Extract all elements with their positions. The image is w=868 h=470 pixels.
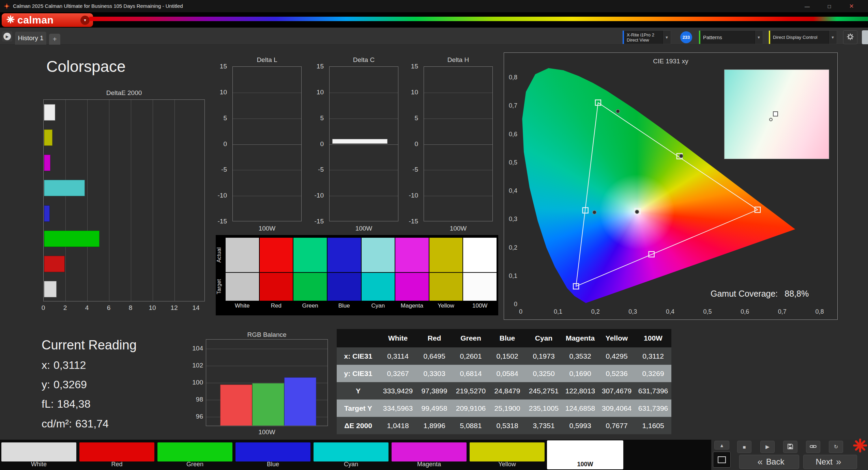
table-header-corner xyxy=(337,329,380,347)
pattern-button-100w[interactable]: 100W xyxy=(547,440,623,469)
play-button[interactable]: ▶ xyxy=(760,441,775,453)
patterns-dropdown-arrow-icon[interactable]: ▾ xyxy=(755,31,763,44)
table-cell: 25,1900 xyxy=(489,400,526,417)
minimize-button[interactable]: — xyxy=(796,0,818,12)
target-swatch xyxy=(226,273,259,301)
delta-chart-title: Delta H xyxy=(424,56,493,64)
patterns-dropdown[interactable]: Patterns ▾ xyxy=(699,30,763,44)
cie-xtick: 0,2 xyxy=(591,308,600,315)
target-swatch xyxy=(328,273,361,301)
measured-marker xyxy=(616,109,620,113)
cie-ytick: 0,6 xyxy=(501,131,517,138)
delta-ytick: 0 xyxy=(305,140,324,148)
rgb-ytick: 102 xyxy=(185,362,203,369)
inset-target-marker xyxy=(773,111,778,116)
swatch-column-white: White xyxy=(226,235,259,315)
gamut-coverage-value: 88,8% xyxy=(785,289,809,298)
pattern-button-cyan[interactable]: Cyan xyxy=(313,440,389,469)
add-tab-button[interactable]: + xyxy=(49,34,60,45)
stop-button[interactable]: ■ xyxy=(737,441,751,453)
logo-menu-chevron-icon[interactable]: ▾ xyxy=(80,16,90,25)
refresh-icon: ↻ xyxy=(834,444,838,450)
delta-ytick: 10 xyxy=(400,89,418,96)
deltae-title: DeltaE 2000 xyxy=(43,89,205,97)
maximize-button[interactable]: □ xyxy=(818,0,840,12)
rgb-ytick: 104 xyxy=(185,345,203,352)
settings-button[interactable] xyxy=(843,30,857,44)
table-row-label: y: CIE31 xyxy=(337,365,380,382)
pattern-button-blue[interactable]: Blue xyxy=(235,440,311,469)
deltae-plot xyxy=(43,99,205,301)
pattern-label: Cyan xyxy=(313,461,389,468)
table-cell: 1,1605 xyxy=(635,417,671,434)
table-cell: 0,4295 xyxy=(598,347,635,365)
back-button[interactable]: «Back xyxy=(739,455,799,469)
display-control-label: Direct Display Control xyxy=(773,35,828,40)
gamut-coverage: Gamut Coverage:88,8% xyxy=(711,289,809,299)
swatch-label: 100W xyxy=(463,301,497,311)
table-cell: 219,5270 xyxy=(453,382,489,400)
table-cell: 0,1973 xyxy=(526,347,562,365)
deltae-xticks: 02468101214 xyxy=(43,304,205,312)
calman-alert-star-icon[interactable] xyxy=(853,438,868,453)
rainbow-gradient-bar xyxy=(89,17,868,21)
close-button[interactable]: ✕ xyxy=(840,0,863,12)
display-control-dropdown-arrow-icon[interactable]: ▾ xyxy=(828,31,837,44)
tab-history-1[interactable]: History 1 xyxy=(15,32,46,45)
next-chevron-icon: » xyxy=(836,456,841,467)
scroll-up-button[interactable]: ▴ xyxy=(714,441,729,450)
swatch-label: Blue xyxy=(328,301,361,311)
titlebar: Calman 2025 Calman Ultimate for Business… xyxy=(0,0,868,12)
link-button[interactable] xyxy=(806,441,820,453)
pattern-count-badge[interactable]: 233 xyxy=(680,31,692,43)
table-cell: 0,1502 xyxy=(489,347,526,365)
delta-ytick: -15 xyxy=(400,218,418,225)
refresh-button[interactable]: ↻ xyxy=(829,441,843,453)
pattern-window-button[interactable] xyxy=(713,452,731,468)
table-header-White: White xyxy=(380,329,416,347)
pattern-button-green[interactable]: Green xyxy=(157,440,233,469)
rgb-xlabel: 100W xyxy=(206,428,328,436)
table-cell: 0,3267 xyxy=(380,365,416,382)
panel-expander-button[interactable]: ▶ xyxy=(2,31,12,42)
deltae-bar-100w xyxy=(44,281,57,297)
display-control-dropdown[interactable]: Direct Display Control ▾ xyxy=(768,30,837,44)
delta-ytick: 5 xyxy=(400,114,418,122)
plus-icon: + xyxy=(53,35,57,43)
deltae-xtick: 4 xyxy=(85,304,89,312)
reading-fl: fL:184,38 xyxy=(42,398,90,410)
next-button[interactable]: Next» xyxy=(803,455,857,469)
pattern-button-white[interactable]: White xyxy=(1,440,77,469)
deltae-bar-cyan xyxy=(44,180,85,196)
rgb-ytick: 96 xyxy=(185,413,203,420)
table-cell: 631,7396 xyxy=(635,400,671,417)
cie-xtick: 0 xyxy=(519,308,522,315)
pattern-button-magenta[interactable]: Magenta xyxy=(391,440,467,469)
pattern-swatch xyxy=(79,442,154,461)
table-row-label: x: CIE31 xyxy=(337,347,380,365)
calman-logo-menu[interactable]: calman ▾ xyxy=(2,13,93,27)
maximize-icon: □ xyxy=(828,3,831,9)
table-cell: 0,7677 xyxy=(598,417,635,434)
actual-swatch xyxy=(293,238,327,272)
meter-dropdown-arrow-icon[interactable]: ▾ xyxy=(663,31,671,44)
save-button[interactable] xyxy=(783,441,797,453)
cie-xtick: 0,4 xyxy=(666,308,674,315)
swatch-column-red: Red xyxy=(260,235,293,315)
pattern-button-red[interactable]: Red xyxy=(79,440,155,469)
meter-dropdown[interactable]: X-Rite i1Pro 2 Direct View ▾ xyxy=(622,30,671,44)
inset-measured-marker xyxy=(769,118,773,121)
cie-xtick: 0,5 xyxy=(703,308,712,315)
delta-xlabel: 100W xyxy=(329,225,398,232)
table-cell: 307,4679 xyxy=(598,382,635,400)
transport-controls: ▴ ■ ▶ ↻ «Back Next» xyxy=(711,440,868,470)
play-icon: ▶ xyxy=(765,444,770,450)
edge-panel-button[interactable] xyxy=(862,30,868,44)
pattern-button-yellow[interactable]: Yellow xyxy=(469,440,545,469)
cie-xtick: 0,1 xyxy=(554,308,562,315)
pattern-swatch xyxy=(314,442,389,461)
calman-app-window: Calman 2025 Calman Ultimate for Business… xyxy=(0,0,868,470)
delta-ytick: 10 xyxy=(209,89,227,96)
measured-marker xyxy=(679,154,683,158)
target-swatch xyxy=(463,273,497,301)
